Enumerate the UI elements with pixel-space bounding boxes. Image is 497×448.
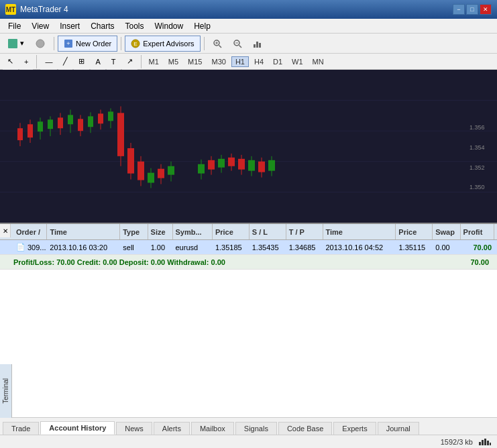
chart-sep-1 [36,55,37,68]
cell-swap: 0.00 [433,243,460,251]
menu-view[interactable]: View [26,20,54,32]
menu-help[interactable]: Help [188,20,216,32]
menu-insert[interactable]: Insert [54,20,85,32]
svg-rect-13 [254,44,256,48]
tab-code-base[interactable]: Code Base [278,422,332,435]
svg-text:1.356: 1.356 [470,124,485,131]
toolbar-btn-3[interactable] [248,36,267,52]
terminal-wrapper: ✕ Order / Time Type Size Symb... Price S… [0,224,497,435]
menu-charts[interactable]: Charts [85,20,119,32]
period-sep-tool[interactable]: ⊞ [74,54,89,70]
svg-rect-46 [108,111,113,121]
tf-h1[interactable]: H1 [231,56,249,67]
table-row[interactable]: 📄 309... 2013.10.16 03:20 sell 1.00 euru… [0,240,497,255]
maximize-button[interactable]: □ [466,4,478,15]
close-button[interactable]: ✕ [480,4,492,15]
svg-rect-50 [158,169,164,178]
tf-h4[interactable]: H4 [250,56,268,67]
line-tool[interactable]: — [40,54,57,70]
header-sl: S / L [250,224,286,239]
crosshair-tool[interactable]: + [19,54,33,70]
memory-info: 1592/3 kb [441,438,473,446]
summary-profit: 70.00 [470,258,489,266]
bar-chart-icon [478,437,492,446]
tab-account-history[interactable]: Account History [40,421,115,435]
svg-rect-42 [88,116,93,127]
header-profit: Profit [461,224,494,239]
menu-bar: File View Insert Charts Tools Window Hel… [0,19,497,34]
cell-time: 2013.10.16 03:20 [47,243,120,251]
cell-symbol: eurusd [173,243,213,251]
svg-rect-56 [208,160,215,170]
price-chart: 1.356 1.354 1.352 1.350 [0,70,497,223]
cell-tp: 1.34685 [286,243,323,251]
header-type: Type [120,224,148,239]
svg-rect-14 [256,42,258,48]
chart-sep-2 [141,55,142,68]
cursor-tool[interactable]: ↖ [3,54,18,70]
new-order-button[interactable]: + New Order [58,36,117,52]
bottom-tab-bar: Terminal Trade Account History News Aler… [0,417,497,435]
menu-tools[interactable]: Tools [120,20,150,32]
cell-price2: 1.35115 [396,243,433,251]
tab-signals[interactable]: Signals [235,422,277,435]
menu-file[interactable]: File [3,20,26,32]
tf-w1[interactable]: W1 [288,56,307,67]
terminal-close-btn[interactable]: ✕ [0,224,11,237]
tf-m1[interactable]: M1 [145,56,163,67]
svg-rect-77 [487,441,489,445]
svg-text:E: E [134,41,137,47]
toolbar-btn-1[interactable]: ▾ [3,36,29,52]
tab-trade[interactable]: Trade [3,422,39,435]
svg-text:+: + [66,40,70,47]
svg-rect-0 [8,39,17,48]
header-time: Time [47,224,120,239]
svg-text:1.350: 1.350 [470,184,485,190]
svg-rect-32 [68,115,73,124]
status-bar: 1592/3 kb [0,435,497,448]
toolbar-sep-3 [204,37,205,50]
text-tool[interactable]: A [91,54,105,70]
svg-rect-64 [248,160,255,171]
tab-alerts[interactable]: Alerts [154,422,190,435]
toolbar-btn-2[interactable] [30,36,50,52]
cell-type: sell [120,243,148,251]
minimize-button[interactable]: − [453,4,465,15]
svg-line-7 [219,45,221,48]
tf-mn[interactable]: MN [309,56,328,67]
terminal-body: 📄 309... 2013.10.16 03:20 sell 1.00 euru… [0,240,497,417]
tf-d1[interactable]: D1 [269,56,286,67]
toolbar-zoom-in[interactable] [208,36,227,52]
title-bar-left: MT MetaTrader 4 [5,4,68,15]
svg-text:1.354: 1.354 [470,144,485,151]
toolbar-zoom-out[interactable] [228,36,247,52]
header-swap: Swap [433,224,460,239]
tab-journal[interactable]: Journal [378,422,419,435]
svg-rect-34 [117,113,124,156]
tf-m30[interactable]: M30 [207,56,229,67]
order-icon: 📄 [16,243,25,251]
tab-experts[interactable]: Experts [333,422,376,435]
svg-rect-36 [127,148,134,174]
menu-window[interactable]: Window [150,20,189,32]
tf-m5[interactable]: M5 [164,56,182,67]
tab-news[interactable]: News [116,422,152,435]
cell-size: 1.00 [148,243,173,251]
chart-area: 1.356 1.354 1.352 1.350 [0,70,497,224]
title-bar: MT MetaTrader 4 − □ ✕ [0,0,497,19]
svg-text:1.352: 1.352 [470,164,485,171]
tab-mailbox[interactable]: Mailbox [191,422,234,435]
text-block-tool[interactable]: T [107,54,121,70]
tf-m15[interactable]: M15 [184,56,206,67]
draw-tool[interactable]: ╱ [58,54,72,70]
terminal-side-label: Terminal [0,364,12,418]
summary-text: Profit/Loss: 70.00 Credit: 0.00 Deposit:… [13,258,470,266]
new-order-icon: + [64,39,73,48]
zoom-in-icon [213,39,222,48]
svg-rect-60 [228,158,235,166]
main-toolbar: ▾ + New Order E Expert Advisors [0,34,497,54]
chart-toolbar: ↖ + — ╱ ⊞ A T ↗ M1 M5 M15 M30 H1 H4 D1 W… [0,54,497,70]
arrow-draw-tool[interactable]: ↗ [122,54,137,70]
header-time2: Time [323,224,396,239]
expert-advisors-button[interactable]: E Expert Advisors [125,36,200,52]
